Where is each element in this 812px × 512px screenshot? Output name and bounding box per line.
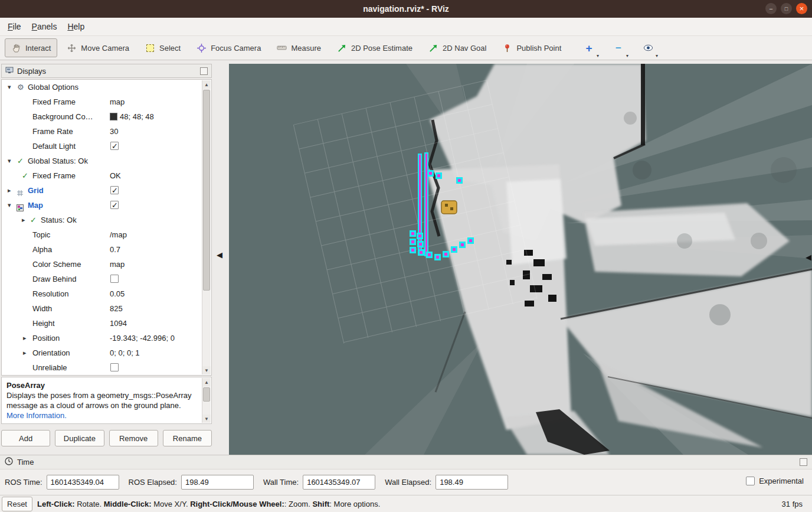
duplicate-button[interactable]: Duplicate xyxy=(55,430,104,446)
tree-row[interactable]: Background Co… 48; 48; 48 xyxy=(2,109,211,124)
render-viewport-3d[interactable] xyxy=(229,64,812,455)
tree-row[interactable]: Default Light xyxy=(2,139,211,154)
tree-row[interactable]: Global Status: Ok xyxy=(2,154,211,168)
panel-float-button[interactable] xyxy=(800,458,807,466)
displays-tree: ⚙ Global Options Fixed Frame map Backgro… xyxy=(1,79,212,376)
tree-value[interactable]: 0.7 xyxy=(110,242,203,257)
tree-row[interactable]: Status: Ok xyxy=(2,213,211,227)
draw-behind-checkbox[interactable] xyxy=(110,275,119,283)
collapse-left-icon[interactable] xyxy=(217,250,222,259)
nav-goal-tool-button[interactable]: 2D Nav Goal xyxy=(422,38,493,57)
scroll-down-icon[interactable] xyxy=(202,415,211,423)
tree-row[interactable]: Grid xyxy=(2,183,211,198)
tree-row[interactable]: Resolution 0.05 xyxy=(2,286,211,301)
tree-row[interactable]: Alpha 0.7 xyxy=(2,242,211,257)
displays-panel-header[interactable]: Displays xyxy=(1,64,212,78)
tree-row[interactable]: Map xyxy=(2,198,211,213)
maximize-icon[interactable] xyxy=(781,3,792,14)
tree-value[interactable]: 0.05 xyxy=(110,286,203,301)
tree-value[interactable]: 1094 xyxy=(110,316,203,331)
plus-icon xyxy=(585,42,592,55)
tree-value[interactable]: 30 xyxy=(110,124,203,139)
scroll-up-icon[interactable] xyxy=(202,80,211,89)
minimize-icon[interactable] xyxy=(765,3,777,14)
wall-time-field: Wall Time: xyxy=(263,475,375,490)
menu-panels[interactable]: Panels xyxy=(27,19,63,34)
ros-elapsed-input[interactable] xyxy=(181,475,254,490)
tree-value[interactable]: OK xyxy=(110,168,203,183)
scrollbar-thumb[interactable] xyxy=(203,387,210,402)
menu-file[interactable]: File xyxy=(2,19,27,34)
expander-icon[interactable] xyxy=(23,345,27,360)
help-segment: Left-Click: xyxy=(37,500,75,508)
toolbar-extra-buttons xyxy=(581,41,656,56)
panel-splitter[interactable] xyxy=(212,60,229,455)
tree-row[interactable]: Topic /map xyxy=(2,227,211,242)
tree-value[interactable]: map xyxy=(110,94,203,109)
tree-row[interactable]: Position -19.343; -42.996; 0 xyxy=(2,331,211,345)
menu-help[interactable]: Help xyxy=(62,19,90,34)
tree-row[interactable]: Height 1094 xyxy=(2,316,211,331)
tree-row[interactable]: Unreliable xyxy=(2,360,211,375)
tree-row[interactable]: Color Scheme map xyxy=(2,257,211,272)
tree-row[interactable]: Fixed Frame OK xyxy=(2,168,211,183)
tree-row[interactable]: Frame Rate 30 xyxy=(2,124,211,139)
expander-icon[interactable] xyxy=(8,80,11,94)
expander-icon[interactable] xyxy=(22,213,25,227)
remove-button[interactable]: Remove xyxy=(109,430,158,446)
tree-value[interactable]: 0; 0; 0; 1 xyxy=(110,345,203,360)
tree-scrollbar[interactable] xyxy=(202,80,211,374)
map-enabled-checkbox[interactable] xyxy=(110,201,119,209)
wall-time-input[interactable] xyxy=(303,475,375,490)
scroll-down-icon[interactable] xyxy=(202,366,211,374)
add-button[interactable]: Add xyxy=(1,430,50,446)
tree-value[interactable]: -19.343; -42.996; 0 xyxy=(110,331,203,345)
experimental-checkbox[interactable] xyxy=(746,477,755,485)
unreliable-checkbox[interactable] xyxy=(110,363,119,371)
grid-enabled-checkbox[interactable] xyxy=(110,186,119,194)
expander-icon[interactable] xyxy=(8,183,11,198)
tree-row[interactable]: Width 825 xyxy=(2,301,211,316)
close-icon[interactable] xyxy=(796,3,807,14)
add-tool-button[interactable] xyxy=(581,41,597,56)
scrollbar-thumb[interactable] xyxy=(203,90,210,291)
remove-tool-button[interactable] xyxy=(611,41,626,56)
tree-value[interactable]: /map xyxy=(110,227,203,242)
help-segment: : Zoom. xyxy=(284,500,313,508)
time-panel-title: Time xyxy=(17,458,34,467)
ros-time-input[interactable] xyxy=(47,475,119,490)
collapse-right-icon[interactable] xyxy=(806,253,811,262)
tree-value[interactable]: map xyxy=(110,257,203,272)
expander-icon[interactable] xyxy=(23,331,27,345)
tree-row[interactable]: Orientation 0; 0; 0; 1 xyxy=(2,345,211,360)
tree-value[interactable]: 825 xyxy=(110,301,203,316)
default-light-checkbox[interactable] xyxy=(110,142,119,150)
tool-properties-button[interactable] xyxy=(640,41,656,56)
chevron-down-icon xyxy=(626,53,628,58)
measure-tool-button[interactable]: Measure xyxy=(270,38,328,57)
move-camera-tool-button[interactable]: Move Camera xyxy=(60,38,136,57)
title-bar[interactable]: navigation.rviz* - RViz xyxy=(0,0,812,18)
focus-camera-tool-button[interactable]: Focus Camera xyxy=(190,38,267,57)
reset-button[interactable]: Reset xyxy=(2,497,32,511)
wall-elapsed-input[interactable] xyxy=(436,475,508,490)
expander-icon[interactable] xyxy=(8,198,11,213)
tree-row[interactable]: Draw Behind xyxy=(2,272,211,286)
publish-point-tool-button[interactable]: Publish Point xyxy=(496,38,568,57)
time-panel-header[interactable]: Time xyxy=(0,455,812,469)
tree-row[interactable]: Fixed Frame map xyxy=(2,94,211,109)
panel-float-button[interactable] xyxy=(200,67,208,75)
tree-value[interactable]: 48; 48; 48 xyxy=(110,109,203,124)
expander-icon[interactable] xyxy=(8,154,11,168)
tree-label: Alpha xyxy=(2,242,52,257)
tree-row[interactable]: ⚙ Global Options xyxy=(2,80,211,94)
experimental-toggle[interactable]: Experimental xyxy=(746,477,804,485)
select-tool-button[interactable]: Select xyxy=(139,38,187,57)
description-scrollbar[interactable] xyxy=(202,378,211,423)
menu-file-label: ile xyxy=(13,22,21,31)
more-information-link[interactable]: More Information. xyxy=(6,411,67,420)
pose-estimate-tool-button[interactable]: 2D Pose Estimate xyxy=(330,38,419,57)
interact-tool-button[interactable]: Interact xyxy=(5,38,57,57)
rename-button[interactable]: Rename xyxy=(163,430,212,446)
scroll-up-icon[interactable] xyxy=(202,378,211,386)
